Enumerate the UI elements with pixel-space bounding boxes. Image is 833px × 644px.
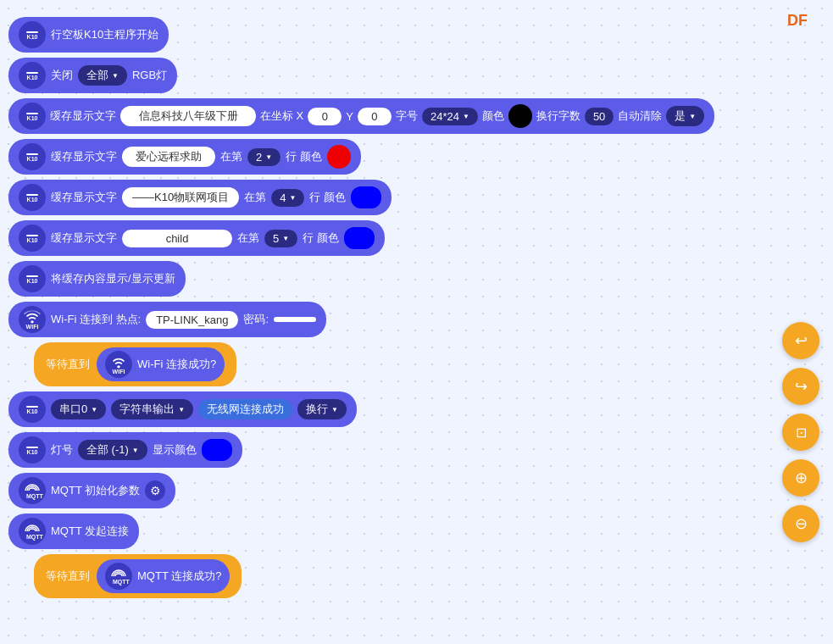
block-start[interactable]: K10 行空板K10主程序开始 [8,17,169,53]
block-serial[interactable]: K10 串口0 ▼ 字符串输出 ▼ 无线网连接成功 换行 ▼ [8,391,357,427]
close-label: 关闭 [51,68,73,83]
block-mqtt-connect[interactable]: MQTT MQTT 发起连接 [8,514,139,549]
buf4-text-input[interactable]: child [122,230,232,247]
buf1-label: 缓存显示文字 [50,108,116,124]
block-buffer4[interactable]: K10 缓存显示文字 child 在第 5 ▼ 行 颜色 [8,220,385,256]
zoom-out-button[interactable]: ⊖ [782,505,819,542]
svg-text:MQTT: MQTT [26,534,44,541]
svg-text:MQTT: MQTT [26,493,44,500]
wait-mqtt-prefix: 等待直到 [46,569,90,584]
serial-port-dropdown[interactable]: 串口0 ▼ [51,399,106,419]
block-wifi-connect[interactable]: WIFI Wi-Fi 连接到 热点: TP-LINK_kang 密码: [8,302,326,337]
close-dropdown[interactable]: 全部 ▼ [78,65,127,86]
block-buffer3-row: K10 缓存显示文字 ——K10物联网项目 在第 4 ▼ 行 颜色 [8,180,754,215]
zoom-in-button[interactable]: ⊕ [782,459,819,497]
canvas-area: K10 行空板K10主程序开始 K10 关闭 全部 ▼ RGB灯 K10 [0,0,763,644]
wait-wifi-prefix: 等待直到 [46,357,90,372]
wait-mqtt-inner: MQTT MQTT 连接成功? [97,559,230,593]
serial-output-dropdown[interactable]: 字符串输出 ▼ [111,399,193,419]
k10-icon-buf3: K10 [19,184,46,211]
k10-icon-light: K10 [19,436,46,464]
block-serial-row: K10 串口0 ▼ 字符串输出 ▼ 无线网连接成功 换行 ▼ [8,391,754,427]
undo-button[interactable]: ↩ [782,322,819,359]
update-label: 将缓存内容显示/显示更新 [51,271,175,286]
buf4-row-dropdown[interactable]: 5 ▼ [264,230,297,247]
k10-icon-update: K10 [19,265,46,292]
buf1-color-swatch[interactable] [508,104,532,128]
serial-newline-dropdown[interactable]: 换行 ▼ [297,399,347,419]
wifi-ssid-input[interactable]: TP-LINK_kang [146,311,238,329]
buf2-row-dropdown[interactable]: 2 ▼ [247,148,280,166]
block-close-rgb-row: K10 关闭 全部 ▼ RGB灯 [8,58,754,93]
buf2-text-input[interactable]: 爱心远程求助 [122,147,215,167]
buf1-y-input[interactable]: 0 [358,108,392,125]
k10-icon-start: K10 [19,21,46,48]
light-label: 灯号 [51,442,73,458]
mqtt-icon-wait: MQTT [105,563,132,590]
k10-icon-close: K10 [19,62,46,89]
redo-button[interactable]: ↪ [782,368,819,405]
buf3-row-dropdown[interactable]: 4 ▼ [271,189,304,207]
block-start-label: 行空板K10主程序开始 [51,27,158,42]
light-group-dropdown[interactable]: 全部 (-1) ▼ [78,440,147,460]
buf3-label: 缓存显示文字 [51,190,117,205]
wait-wifi-inner: WIFI Wi-Fi 连接成功? [97,347,225,381]
mqtt-icon-init: MQTT [19,477,46,504]
buf3-color-swatch[interactable] [351,186,381,208]
light-color-swatch[interactable] [202,439,232,461]
block-wifi-connect-row: WIFI Wi-Fi 连接到 热点: TP-LINK_kang 密码: [8,302,754,337]
buf2-color-swatch[interactable] [327,145,351,169]
wifi-pwd-input[interactable] [274,317,316,322]
block-light-row: K10 灯号 全部 (-1) ▼ 显示颜色 [8,432,754,468]
k10-icon-serial: K10 [19,396,46,423]
k10-icon-buf2: K10 [19,143,46,170]
block-mqtt-init[interactable]: MQTT MQTT 初始化参数 ⚙ [8,473,175,508]
block-start-row: K10 行空板K10主程序开始 [8,17,754,53]
k10-icon-buf1: K10 [19,103,46,130]
crop-button[interactable]: ⊡ [782,414,819,451]
block-update[interactable]: K10 将缓存内容显示/显示更新 [8,261,186,297]
block-buffer3[interactable]: K10 缓存显示文字 ——K10物联网项目 在第 4 ▼ 行 颜色 [8,180,392,215]
rgb-label: RGB灯 [132,68,167,83]
wait-mqtt-label: MQTT 连接成功? [137,569,221,584]
mqtt-icon-connect: MQTT [19,518,46,545]
mqtt-connect-label: MQTT 发起连接 [51,524,129,539]
block-close-rgb[interactable]: K10 关闭 全部 ▼ RGB灯 [8,58,177,93]
svg-text:MQTT: MQTT [113,579,131,586]
mqtt-init-label: MQTT 初始化参数 [51,483,140,498]
buf1-wrap-val[interactable]: 50 [585,108,614,125]
buf2-label: 缓存显示文字 [51,149,117,164]
wifi-icon-wait: WIFI [105,351,132,378]
block-wait-wifi-row: 等待直到 WIFI Wi-Fi 连接成功? [34,342,754,386]
block-buffer1[interactable]: K10 缓存显示文字 信息科技八年级下册 在坐标 X 0 Y 0 字号 24*2… [8,98,714,134]
k10-icon-buf4: K10 [19,225,46,252]
block-wait-mqtt-row: 等待直到 MQTT MQTT 连接成功? [34,554,754,598]
df-brand-label: DF [787,12,808,30]
wait-wifi-label: Wi-Fi 连接成功? [137,357,216,372]
block-light[interactable]: K10 灯号 全部 (-1) ▼ 显示颜色 [8,432,242,468]
block-buffer2-row: K10 缓存显示文字 爱心远程求助 在第 2 ▼ 行 颜色 [8,139,754,175]
buf1-font-dropdown[interactable]: 24*24 ▼ [422,108,478,125]
buf3-text-input[interactable]: ——K10物联网项目 [122,187,239,208]
block-mqtt-connect-row: MQTT MQTT 发起连接 [8,514,754,549]
block-buffer4-row: K10 缓存显示文字 child 在第 5 ▼ 行 颜色 [8,220,754,256]
buf1-x-input[interactable]: 0 [308,108,342,125]
block-buffer1-row: K10 缓存显示文字 信息科技八年级下册 在坐标 X 0 Y 0 字号 24*2… [8,98,754,134]
block-wait-mqtt[interactable]: 等待直到 MQTT MQTT 连接成功? [34,554,242,598]
block-buffer2[interactable]: K10 缓存显示文字 爱心远程求助 在第 2 ▼ 行 颜色 [8,139,361,175]
gear-icon[interactable]: ⚙ [145,480,165,501]
buf4-label: 缓存显示文字 [51,230,117,246]
wifi-icon-connect: WIFI [19,306,46,333]
serial-text-input[interactable]: 无线网连接成功 [198,399,292,419]
block-mqtt-init-row: MQTT MQTT 初始化参数 ⚙ [8,473,754,508]
block-update-row: K10 将缓存内容显示/显示更新 [8,261,754,297]
light-suffix: 显示颜色 [153,442,197,458]
wifi-connect-label: Wi-Fi 连接到 热点: [51,312,141,327]
buf1-auto-clear-dropdown[interactable]: 是 ▼ [666,106,704,126]
buf4-color-swatch[interactable] [344,227,375,249]
block-wait-wifi[interactable]: 等待直到 WIFI Wi-Fi 连接成功? [34,342,236,386]
sidebar-right: ↩ ↪ ⊡ ⊕ ⊖ [782,322,819,542]
buf1-text-input[interactable]: 信息科技八年级下册 [120,106,256,126]
